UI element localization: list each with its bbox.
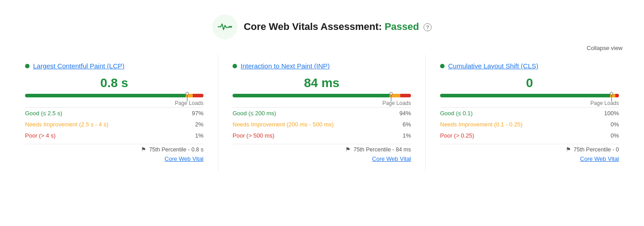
core-web-vital-anchor-cls[interactable]: Core Web Vital [580,155,619,162]
page-header: Core Web Vitals Assessment: Passed ? [0,0,644,45]
stats-row-poor-cls: Poor (> 0.25) 0% [440,130,619,141]
percentile-lcp: ⚑ 75th Percentile - 0.8 s [25,144,203,153]
help-icon[interactable]: ? [424,23,432,31]
metric-title-row-cls: Cumulative Layout Shift (CLS) [440,62,619,70]
stats-table-cls: Good (≤ 0.1) 100% Needs Improvement (0.1… [440,107,619,141]
stats-row-good-lcp: Good (≤ 2.5 s) 97% [25,108,203,119]
status-dot-inp [233,64,237,68]
core-web-vital-anchor-inp[interactable]: Core Web Vital [372,155,411,162]
status-dot-lcp [25,64,30,68]
core-web-vital-link-inp: Core Web Vital [233,155,411,162]
marker-cls [610,92,613,101]
metric-title-row-inp: Interaction to Next Paint (INP) [233,62,411,70]
stats-row-poor-lcp: Poor (> 4 s) 1% [25,130,203,141]
metric-title-cls[interactable]: Cumulative Layout Shift (CLS) [448,62,538,70]
percentile-inp: ⚑ 75th Percentile - 84 ms [233,144,411,153]
core-web-vital-link-lcp: Core Web Vital [25,155,203,162]
page-loads-label-inp: Page Loads [233,100,411,106]
stats-row-good-cls: Good (≤ 0.1) 100% [440,108,619,119]
stats-row-poor-inp: Poor (> 500 ms) 1% [233,130,411,141]
stats-table-inp: Good (≤ 200 ms) 94% Needs Improvement (2… [233,107,411,141]
percentile-icon-inp: ⚑ [345,146,351,153]
metric-title-inp[interactable]: Interaction to Next Paint (INP) [241,62,330,70]
percentile-cls: ⚑ 75th Percentile - 0 [440,144,619,153]
page-title: Core Web Vitals Assessment: Passed ? [244,21,432,33]
metric-value-inp: 84 ms [233,76,411,90]
metrics-grid: Largest Contentful Paint (LCP) 0.8 s Pag… [0,55,644,182]
svg-point-1 [230,26,232,28]
progress-bar-inp [233,94,411,97]
progress-bar-lcp [25,94,203,97]
stats-table-lcp: Good (≤ 2.5 s) 97% Needs Improvement (2.… [25,107,203,141]
percentile-icon-lcp: ⚑ [141,146,146,153]
page-loads-label-lcp: Page Loads [25,100,203,106]
metric-card-lcp: Largest Contentful Paint (LCP) 0.8 s Pag… [11,55,218,171]
vitals-icon [212,14,237,39]
metric-value-lcp: 0.8 s [25,76,203,90]
core-web-vital-link-cls: Core Web Vital [440,155,619,162]
metric-title-lcp[interactable]: Largest Contentful Paint (LCP) [33,62,124,70]
status-dot-cls [440,64,445,68]
metric-card-inp: Interaction to Next Paint (INP) 84 ms Pa… [218,55,426,171]
marker-lcp [186,92,189,101]
collapse-link[interactable]: Collapse view [587,45,623,51]
marker-inp [390,92,393,101]
stats-row-good-inp: Good (≤ 200 ms) 94% [233,108,411,119]
stats-row-needs-inp: Needs Improvement (200 ms - 500 ms) 6% [233,119,411,130]
page-loads-label-cls: Page Loads [440,100,619,106]
core-web-vital-anchor-lcp[interactable]: Core Web Vital [165,155,203,162]
stats-row-needs-lcp: Needs Improvement (2.5 s - 4 s) 2% [25,119,203,130]
metric-value-cls: 0 [440,76,619,90]
progress-bar-cls [440,94,619,97]
collapse-row: Collapse view [0,45,644,55]
stats-row-needs-cls: Needs Improvement (0.1 - 0.25) 0% [440,119,619,130]
percentile-icon-cls: ⚑ [566,146,571,153]
metric-title-row-lcp: Largest Contentful Paint (LCP) [25,62,203,70]
metric-card-cls: Cumulative Layout Shift (CLS) 0 Page Loa… [426,55,633,171]
